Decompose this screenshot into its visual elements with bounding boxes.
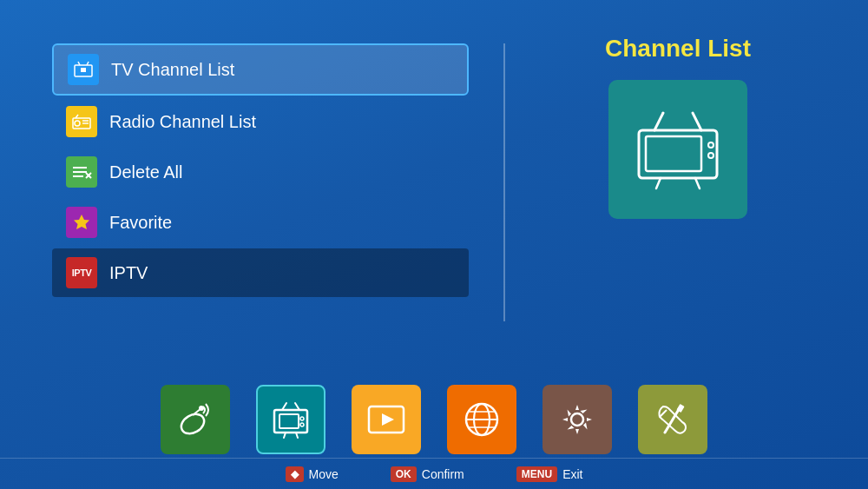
tv-channel-icon (68, 54, 99, 85)
status-bar: ◆ Move OK Confirm MENU Exit (0, 458, 868, 489)
svg-point-5 (75, 121, 80, 126)
favorite-icon (66, 207, 97, 238)
settings-button[interactable] (542, 385, 612, 454)
svg-line-21 (656, 178, 661, 188)
menu-status: MENU Exit (516, 466, 583, 482)
svg-rect-9 (73, 167, 87, 169)
menu-badge: MENU (516, 466, 557, 482)
move-label: Move (309, 467, 339, 481)
ok-status: OK Confirm (391, 466, 464, 482)
svg-marker-14 (74, 215, 89, 229)
globe-button[interactable] (447, 385, 516, 454)
svg-line-42 (660, 410, 667, 417)
svg-line-15 (654, 113, 663, 130)
radio-channel-label: Radio Channel List (109, 112, 256, 132)
svg-rect-29 (279, 414, 299, 428)
svg-rect-3 (81, 68, 86, 72)
iptv-icon: IPTV (66, 257, 97, 288)
vertical-divider (503, 43, 505, 321)
svg-marker-35 (382, 413, 394, 426)
svg-point-41 (571, 413, 583, 426)
svg-line-16 (693, 113, 701, 130)
svg-rect-10 (73, 171, 87, 173)
ok-label: Confirm (422, 467, 464, 481)
svg-point-25 (199, 406, 204, 411)
menu-item-delete-all[interactable]: Delete All (52, 148, 469, 196)
tv-channel-label: TV Channel List (111, 60, 234, 80)
right-panel: Channel List (540, 26, 816, 321)
menu-item-iptv[interactable]: IPTV IPTV (52, 248, 469, 297)
tv-button[interactable] (256, 385, 326, 454)
satellite-button[interactable] (161, 385, 230, 454)
menu-item-radio-channel[interactable]: Radio Channel List (52, 97, 469, 146)
media-button[interactable] (352, 385, 421, 454)
menu-panel: TV Channel List Radio Channel List (52, 43, 469, 321)
favorite-label: Favorite (109, 213, 172, 233)
channel-list-title: Channel List (540, 35, 816, 63)
menu-item-tv-channel[interactable]: TV Channel List (52, 43, 469, 96)
radio-channel-icon (66, 106, 97, 137)
svg-point-30 (300, 417, 304, 420)
bottom-toolbar (0, 385, 868, 454)
svg-rect-11 (73, 175, 83, 177)
svg-point-31 (300, 423, 304, 426)
svg-point-20 (708, 153, 713, 158)
tv-icon-box (608, 80, 747, 219)
svg-rect-18 (646, 136, 701, 171)
menu-item-favorite[interactable]: Favorite (52, 198, 469, 247)
iptv-label: IPTV (109, 263, 148, 283)
ok-badge: OK (391, 466, 417, 482)
delete-all-label: Delete All (109, 162, 183, 182)
tools-button[interactable] (638, 385, 707, 454)
move-badge: ◆ (286, 466, 304, 482)
move-status: ◆ Move (286, 466, 339, 482)
svg-line-22 (695, 178, 700, 188)
delete-all-icon (66, 156, 97, 188)
menu-label: Exit (562, 467, 582, 481)
svg-point-19 (708, 142, 713, 148)
